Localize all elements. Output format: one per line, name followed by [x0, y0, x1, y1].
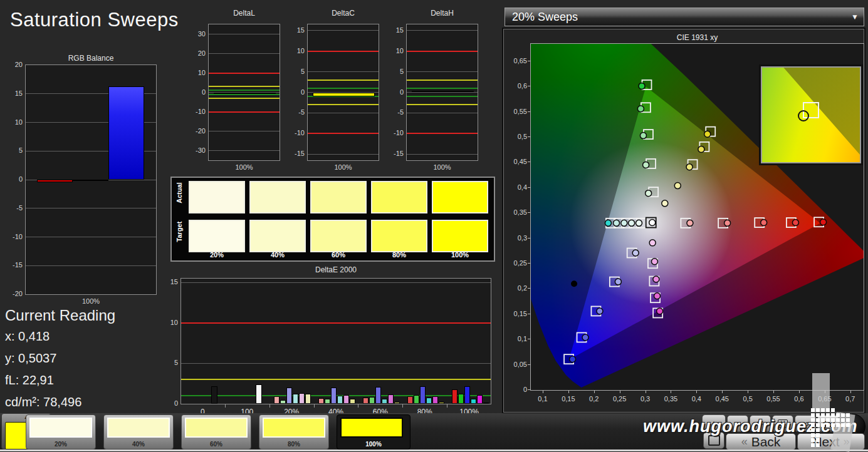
bar: [286, 388, 292, 404]
bar: [458, 394, 464, 404]
x-tick: [447, 404, 447, 408]
patch-swatch-60%: [185, 418, 248, 438]
gridline: [181, 363, 491, 364]
patch-swatch-80%: [263, 418, 325, 438]
patch-label: 60%: [182, 441, 251, 448]
gridline: [181, 282, 491, 283]
x-tick: [314, 404, 315, 408]
yellow-limit-line: [407, 104, 478, 105]
red-limit-line: [209, 111, 280, 113]
gridline: [26, 208, 156, 208]
y-tick: [528, 212, 530, 213]
x-tick: [722, 391, 723, 393]
swatch-actual-80%: [371, 181, 427, 213]
x-tick: [358, 404, 358, 408]
y-tick: [528, 61, 530, 61]
bar: [483, 403, 489, 404]
tick-label: -15: [382, 150, 404, 157]
x-tick: [568, 391, 569, 393]
bar: [280, 400, 286, 404]
toolbar-baseline: [0, 449, 868, 451]
swatch-target-40%: [249, 220, 306, 252]
patch-button-60%[interactable]: 60%: [181, 414, 251, 449]
bar: [318, 398, 324, 404]
col-label: 40%: [249, 251, 306, 259]
bar: [256, 384, 262, 404]
x-tick: [225, 404, 226, 408]
yellow-limit-line: [308, 80, 379, 81]
reading-fl: fL: 22,91: [5, 373, 115, 388]
x-tick-label: 0,25: [607, 395, 632, 403]
bar: [382, 399, 387, 404]
tick-label: 15: [382, 26, 404, 34]
x-tick-label: 0,3: [633, 395, 658, 403]
row-label-target: Target: [175, 214, 183, 249]
col-label: 20%: [189, 251, 245, 259]
bar: [432, 396, 438, 404]
tick-label: 0: [157, 399, 178, 407]
square-icon: [708, 435, 720, 446]
yellow-limit-line: [407, 80, 478, 81]
red-limit-line: [308, 133, 379, 134]
chart-title: DeltaH: [406, 9, 478, 18]
patch-button-20%[interactable]: 20%: [26, 414, 96, 449]
rgb-balance-chart: RGB Balance20151050-5-10-15-20100%: [3, 54, 159, 302]
bar: [420, 386, 426, 404]
y-tick-label: 0,55: [504, 108, 527, 115]
tick-label: -15: [1, 261, 23, 269]
tick-label: -10: [382, 129, 404, 136]
y-tick: [528, 288, 530, 289]
y-tick-label: 0,1: [504, 335, 527, 342]
patch-button-40%[interactable]: 40%: [103, 414, 174, 449]
chart-title: RGB Balance: [25, 54, 157, 63]
x-tick: [671, 391, 671, 393]
x-tick-label: 0,35: [658, 395, 683, 403]
swatch-grid: ActualTarget20%40%60%80%100%: [170, 177, 495, 262]
green-limit-line: [407, 88, 478, 89]
patch-button-100%[interactable]: 100%: [337, 414, 410, 449]
bar: [293, 394, 298, 404]
plot-area: [406, 24, 478, 161]
row-label-actual: Actual: [175, 175, 183, 210]
reading-cdm2: cd/m²: 78,496: [5, 395, 115, 409]
y-tick: [528, 187, 530, 188]
patch-swatch-100%: [340, 418, 403, 438]
x-tick-label: 0,45: [709, 395, 735, 403]
cie-frame: CIE 1931 xy00,050,10,150,20,250,30,350,4…: [503, 29, 864, 413]
current-reading-heading: Current Reading: [5, 307, 115, 324]
x-tick: [269, 404, 270, 408]
chart-title: DeltaE 2000: [180, 265, 491, 274]
y-tick-label: 0,05: [504, 361, 527, 368]
sweeps-dropdown-label: 20% Sweeps: [512, 11, 578, 23]
bar: [350, 399, 355, 404]
back-button-label: Back: [751, 434, 781, 449]
x-axis-label: 100%: [25, 297, 157, 305]
bar: [37, 180, 73, 182]
sweeps-dropdown[interactable]: 20% Sweeps ▼: [505, 8, 864, 26]
x-tick: [773, 391, 774, 393]
red-limit-line: [308, 51, 379, 52]
y-tick-label: 0,3: [504, 234, 527, 242]
pixel-hand-logo: [807, 373, 867, 452]
tick-label: 0: [1, 175, 23, 183]
patch-button-80%[interactable]: 80%: [259, 414, 329, 449]
cie-title: CIE 1931 xy: [530, 33, 864, 42]
bar: [325, 399, 330, 404]
y-tick: [528, 339, 530, 339]
saturation-swatch-table: ActualTarget20%40%60%80%100%: [170, 177, 495, 262]
y-tick-label: 0,15: [504, 310, 527, 317]
bar: [375, 387, 381, 404]
gridline: [308, 71, 379, 72]
x-tick: [620, 391, 620, 393]
swatch-target-80%: [371, 220, 427, 252]
swatch-target-100%: [432, 220, 488, 252]
bar: [439, 402, 444, 404]
bar: [211, 386, 217, 404]
bar: [414, 395, 419, 404]
delta-e-chart: DeltaE 2000051015010020%40%60%80%100%: [170, 265, 496, 421]
y-tick: [528, 238, 530, 239]
tick-label: 5: [283, 68, 305, 75]
tick-label: 5: [1, 146, 23, 154]
y-tick: [528, 162, 530, 162]
tick-label: 15: [283, 26, 305, 34]
